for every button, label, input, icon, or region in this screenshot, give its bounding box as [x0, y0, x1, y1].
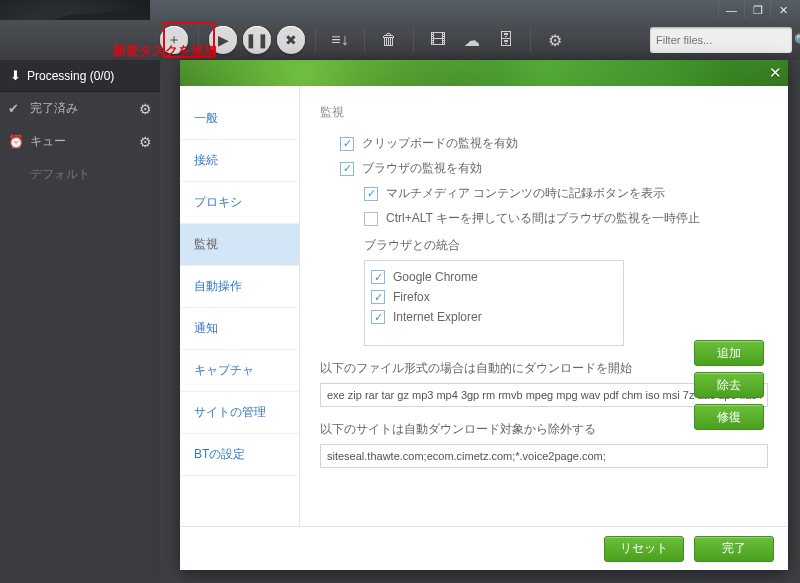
- window-maximize[interactable]: ❐: [744, 2, 770, 18]
- check-icon: ✔: [8, 101, 19, 116]
- sidebar-item-queue[interactable]: ⏰ キュー ⚙: [0, 125, 160, 158]
- sidebar-item-default[interactable]: デフォルト: [0, 158, 160, 191]
- add-browser-button[interactable]: 追加: [694, 340, 764, 366]
- filter-box: 🔍: [650, 27, 792, 53]
- input-excludes[interactable]: [320, 444, 768, 468]
- processing-label: Processing (0/0): [27, 69, 114, 83]
- checkbox-clipboard[interactable]: ✓: [340, 137, 354, 151]
- sidebar-item-label: 完了済み: [30, 100, 78, 117]
- media-button[interactable]: 🎞: [424, 26, 452, 54]
- done-button[interactable]: 完了: [694, 536, 774, 562]
- settings-tabs: 一般 接続 プロキシ 監視 自動操作 通知 キャプチャ サイトの管理 BTの設定: [180, 86, 300, 526]
- label-multimedia: マルチメディア コンテンツの時に記録ボタンを表示: [386, 185, 665, 202]
- label-integration: ブラウザとの統合: [364, 237, 768, 254]
- checkbox-multimedia[interactable]: ✓: [364, 187, 378, 201]
- repair-browser-button[interactable]: 修復: [694, 404, 764, 430]
- tab-proxy[interactable]: プロキシ: [180, 182, 299, 224]
- annotation-label: 新規タスクを追加: [113, 42, 217, 60]
- row-clipboard: ✓ クリップボードの監視を有効: [340, 135, 768, 152]
- label-clipboard: クリップボードの監視を有効: [362, 135, 518, 152]
- sidebar-item-label: キュー: [30, 133, 66, 150]
- sidebar-item-label: デフォルト: [30, 166, 90, 183]
- tab-capture[interactable]: キャプチャ: [180, 350, 299, 392]
- sort-button[interactable]: ≡↓: [326, 26, 354, 54]
- checkbox-browser[interactable]: ✓: [340, 162, 354, 176]
- clock-icon: ⏰: [8, 134, 24, 149]
- sidebar-processing[interactable]: ⬇ Processing (0/0): [0, 60, 160, 92]
- settings-dialog: ✕ 一般 接続 プロキシ 監視 自動操作 通知 キャプチャ サイトの管理 BTの…: [180, 60, 788, 570]
- remove-browser-button[interactable]: 除去: [694, 372, 764, 398]
- browser-label: Internet Explorer: [393, 310, 482, 324]
- window-close[interactable]: ✕: [770, 2, 796, 18]
- download-icon: ⬇: [10, 68, 21, 83]
- tab-bt-settings[interactable]: BTの設定: [180, 434, 299, 476]
- dialog-close-button[interactable]: ✕: [769, 64, 782, 82]
- pause-button[interactable]: ❚❚: [243, 26, 271, 54]
- tab-notification[interactable]: 通知: [180, 308, 299, 350]
- browser-list: ✓Google Chrome ✓Firefox ✓Internet Explor…: [364, 260, 624, 346]
- browser-label: Google Chrome: [393, 270, 478, 284]
- settings-button[interactable]: ⚙: [541, 26, 569, 54]
- reset-button[interactable]: リセット: [604, 536, 684, 562]
- row-multimedia: ✓ マルチメディア コンテンツの時に記録ボタンを表示: [364, 185, 768, 202]
- browser-item-chrome[interactable]: ✓Google Chrome: [371, 267, 617, 287]
- browser-item-ie[interactable]: ✓Internet Explorer: [371, 307, 617, 327]
- tab-automation[interactable]: 自動操作: [180, 266, 299, 308]
- tab-connection[interactable]: 接続: [180, 140, 299, 182]
- gear-icon[interactable]: ⚙: [139, 134, 152, 150]
- trash-button[interactable]: 🗑: [375, 26, 403, 54]
- label-browser: ブラウザの監視を有効: [362, 160, 482, 177]
- cloud-download-button[interactable]: ☁: [458, 26, 486, 54]
- database-button[interactable]: 🗄: [492, 26, 520, 54]
- sidebar: ⬇ Processing (0/0) ✔ 完了済み ⚙ ⏰ キュー ⚙ デフォル…: [0, 60, 160, 583]
- checkbox-ctrlalt[interactable]: ✓: [364, 212, 378, 226]
- label-ctrlalt: Ctrl+ALT キーを押している間はブラウザの監視を一時停止: [386, 210, 700, 227]
- search-icon[interactable]: 🔍: [794, 33, 800, 48]
- tab-site-management[interactable]: サイトの管理: [180, 392, 299, 434]
- browser-item-firefox[interactable]: ✓Firefox: [371, 287, 617, 307]
- checkbox[interactable]: ✓: [371, 270, 385, 284]
- row-ctrlalt: ✓ Ctrl+ALT キーを押している間はブラウザの監視を一時停止: [364, 210, 768, 227]
- filter-input[interactable]: [656, 34, 794, 46]
- sidebar-item-completed[interactable]: ✔ 完了済み ⚙: [0, 92, 160, 125]
- row-browser: ✓ ブラウザの監視を有効: [340, 160, 768, 177]
- checkbox[interactable]: ✓: [371, 310, 385, 324]
- tab-monitoring[interactable]: 監視: [180, 224, 299, 266]
- window-minimize[interactable]: —: [718, 2, 744, 18]
- stop-button[interactable]: ✖: [277, 26, 305, 54]
- dialog-footer: リセット 完了: [180, 526, 788, 570]
- browser-label: Firefox: [393, 290, 430, 304]
- checkbox[interactable]: ✓: [371, 290, 385, 304]
- settings-panel: 監視 ✓ クリップボードの監視を有効 ✓ ブラウザの監視を有効 ✓ マルチメディ…: [300, 86, 788, 526]
- tab-general[interactable]: 一般: [180, 98, 299, 140]
- panel-title: 監視: [320, 104, 768, 121]
- dialog-header: ✕: [180, 60, 788, 86]
- gear-icon[interactable]: ⚙: [139, 101, 152, 117]
- browser-action-buttons: 追加 除去 修復: [694, 340, 764, 430]
